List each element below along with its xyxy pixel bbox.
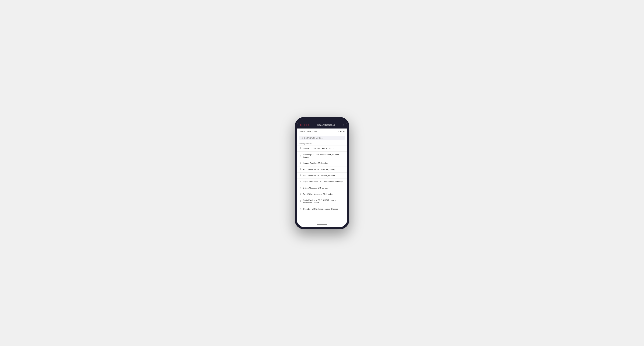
- page-title: Recent Searches: [317, 124, 335, 126]
- course-name: Richmond Park GC - Duke's, London: [303, 174, 335, 177]
- course-item[interactable]: Richmond Park GC - Duke's, London: [297, 173, 347, 179]
- find-label: Find a Golf Course: [300, 130, 317, 133]
- nearby-courses-section: Nearby courses Central London Golf Centr…: [297, 142, 347, 223]
- course-list: Central London Golf Centre, London Roeha…: [297, 146, 347, 212]
- location-pin-icon: [300, 187, 302, 189]
- course-item[interactable]: Brent Valley Municipal GC, London: [297, 191, 347, 197]
- app-header: clippd Recent Searches ≡: [297, 122, 347, 129]
- find-bar: Find a Golf Course Cancel: [297, 129, 347, 134]
- course-item[interactable]: Richmond Park GC - Prince's, Surrey: [297, 167, 347, 173]
- course-name: Roehampton Club - Roehampton, Greater Lo…: [303, 153, 344, 159]
- course-item[interactable]: Royal Wimbledon GC, Great London Authori…: [297, 179, 347, 185]
- home-indicator: [297, 223, 347, 227]
- menu-icon[interactable]: ≡: [343, 123, 344, 126]
- phone-frame: clippd Recent Searches ≡ Find a Golf Cou…: [295, 117, 349, 229]
- nearby-header: Nearby courses: [297, 142, 347, 146]
- cancel-button[interactable]: Cancel: [338, 130, 344, 133]
- course-name: Dukes Meadows GC, London: [303, 187, 328, 189]
- phone-notch: [314, 121, 330, 122]
- location-pin-icon: [300, 200, 302, 203]
- search-wrapper: [299, 136, 345, 140]
- svg-line-1: [302, 138, 303, 139]
- course-name: North Middlesex GC (1011942 - North Midd…: [303, 199, 344, 204]
- location-pin-icon: [300, 155, 302, 157]
- location-pin-icon: [300, 162, 302, 164]
- course-item[interactable]: Dukes Meadows GC, London: [297, 185, 347, 191]
- course-item[interactable]: North Middlesex GC (1011942 - North Midd…: [297, 197, 347, 206]
- course-name: Royal Wimbledon GC, Great London Authori…: [303, 180, 342, 183]
- home-bar: [317, 224, 327, 225]
- phone-screen: clippd Recent Searches ≡ Find a Golf Cou…: [297, 119, 347, 227]
- location-pin-icon: [300, 208, 302, 210]
- location-pin-icon: [300, 174, 302, 177]
- course-item[interactable]: Coombe Hill GC, Kingston upon Thames: [297, 206, 347, 212]
- course-name: Richmond Park GC - Prince's, Surrey: [303, 168, 335, 171]
- course-name: Coombe Hill GC, Kingston upon Thames: [303, 208, 338, 210]
- app-logo: clippd: [300, 123, 310, 127]
- main-content: Find a Golf Course Cancel Nearby courses: [297, 129, 347, 227]
- location-pin-icon: [300, 147, 302, 150]
- search-input[interactable]: [304, 137, 343, 139]
- course-name: Brent Valley Municipal GC, London: [303, 193, 333, 195]
- course-item[interactable]: London Scottish GC, London: [297, 160, 347, 166]
- search-icon: [301, 137, 303, 139]
- course-name: London Scottish GC, London: [303, 162, 328, 164]
- location-pin-icon: [300, 193, 302, 195]
- course-item[interactable]: Central London Golf Centre, London: [297, 146, 347, 152]
- location-pin-icon: [300, 180, 302, 183]
- course-item[interactable]: Roehampton Club - Roehampton, Greater Lo…: [297, 152, 347, 160]
- location-pin-icon: [300, 168, 302, 171]
- search-container: [297, 134, 347, 142]
- course-name: Central London Golf Centre, London: [303, 147, 334, 150]
